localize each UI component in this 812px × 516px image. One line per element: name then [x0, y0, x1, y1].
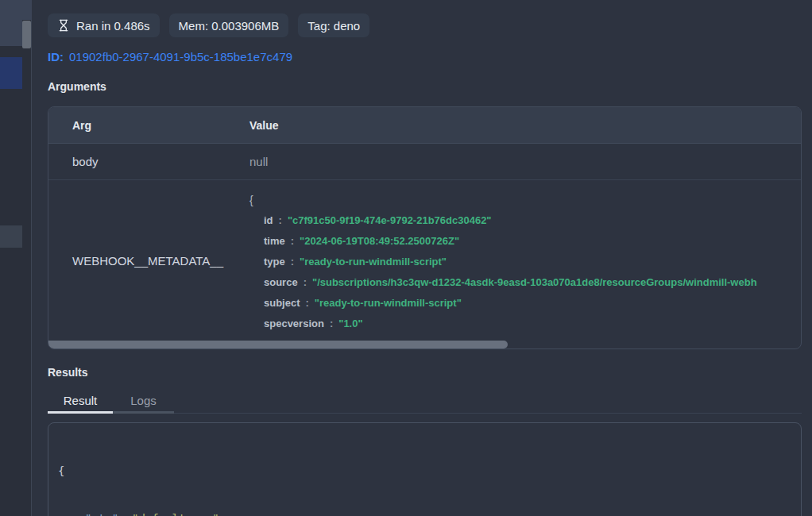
arg-name: WEBHOOK__METADATA__ [48, 180, 230, 341]
json-key: source [264, 276, 298, 288]
json-key: id [264, 214, 273, 226]
sidebar-item-top[interactable] [0, 0, 32, 20]
results-tabs: Result Logs [48, 390, 802, 414]
table-row-body: body null [48, 144, 801, 180]
json-entry: id:"c7f91c50-9f19-474e-9792-21b76dc30462… [249, 210, 801, 231]
json-key: type [264, 256, 285, 268]
sidebar-item-selected[interactable] [0, 57, 22, 89]
json-entry: type:"ready-to-run-windmill-script" [249, 252, 801, 272]
arguments-table: Arg Value body null WEBHOOK__METADATA__ … [48, 106, 802, 349]
column-header-arg: Arg [48, 119, 230, 132]
json-value: "ready-to-run-windmill-script" [315, 297, 462, 309]
metadata-json-viewer: { id:"c7f91c50-9f19-474e-9792-21b76dc304… [230, 180, 801, 341]
json-entry: specversion:"1.0" [249, 314, 801, 334]
json-colon: : [291, 235, 294, 247]
json-entry: time:"2024-06-19T08:49:52.2500726Z" [249, 231, 801, 252]
arguments-table-header: Arg Value [48, 107, 801, 144]
runtime-badge: Ran in 0.486s [48, 13, 160, 37]
runtime-text: Ran in 0.486s [76, 19, 150, 33]
job-id-label: ID: [48, 50, 64, 64]
json-value: "ready-to-run-windmill-script" [300, 256, 447, 268]
json-key: specversion [264, 318, 324, 329]
json-colon: : [291, 256, 294, 268]
arg-name: body [48, 155, 230, 168]
table-row-webhook-metadata: WEBHOOK__METADATA__ { id:"c7f91c50-9f19-… [48, 180, 801, 341]
table-horizontal-scrollbar [48, 341, 801, 348]
json-colon: : [306, 297, 309, 309]
results-title: Results [48, 366, 802, 379]
json-colon: : [279, 214, 282, 226]
sidebar-item[interactable] [0, 225, 22, 248]
code-colon: : [118, 512, 132, 516]
json-entry: subject:"ready-to-run-windmill-script" [249, 293, 801, 314]
job-run-detail-panel: Ran in 0.486s Mem: 0.003906MB Tag: deno … [32, 0, 812, 516]
code-key: "str" [85, 512, 118, 516]
left-sidebar [0, 0, 32, 516]
run-stats-row: Ran in 0.486s Mem: 0.003906MB Tag: deno [48, 13, 802, 37]
result-json-block: { "str": "default arg", "union": "Hello … [48, 422, 802, 516]
tab-result[interactable]: Result [48, 390, 113, 414]
job-id-link[interactable]: 01902fb0-2967-4091-9b5c-185be1e7c479 [69, 50, 292, 64]
memory-badge: Mem: 0.003906MB [169, 13, 289, 37]
sidebar-item[interactable] [0, 20, 22, 46]
json-value: "2024-06-19T08:49:52.2500726Z" [300, 235, 459, 247]
column-header-value: Value [230, 119, 801, 132]
arguments-title: Arguments [48, 80, 802, 93]
sidebar-scrollbar-thumb[interactable] [22, 21, 31, 48]
arg-value-null: null [230, 155, 801, 168]
code-open-brace: { [58, 463, 791, 479]
hourglass-icon [57, 19, 70, 32]
json-colon: : [304, 276, 307, 288]
scrollbar-thumb[interactable] [48, 341, 508, 348]
json-entry: source:"/subscriptions/h3c3qw-d1232-4asd… [249, 272, 801, 293]
code-string: "default arg" [132, 512, 219, 516]
json-value: "c7f91c50-9f19-474e-9792-21b76dc30462" [288, 214, 492, 226]
json-key: subject [264, 297, 300, 309]
json-colon: : [330, 318, 333, 329]
json-value: "/subscriptions/h3c3qw-d1232-4asdk-9easd… [312, 276, 757, 288]
code-comma: , [219, 512, 226, 516]
json-key: time [264, 235, 285, 247]
json-value: "1.0" [338, 318, 362, 329]
json-open-brace: { [249, 190, 801, 210]
job-id-line: ID:01902fb0-2967-4091-9b5c-185be1e7c479 [48, 50, 802, 64]
tab-logs[interactable]: Logs [113, 390, 174, 414]
code-line: "str": "default arg", [58, 510, 791, 516]
tag-badge: Tag: deno [298, 13, 369, 37]
